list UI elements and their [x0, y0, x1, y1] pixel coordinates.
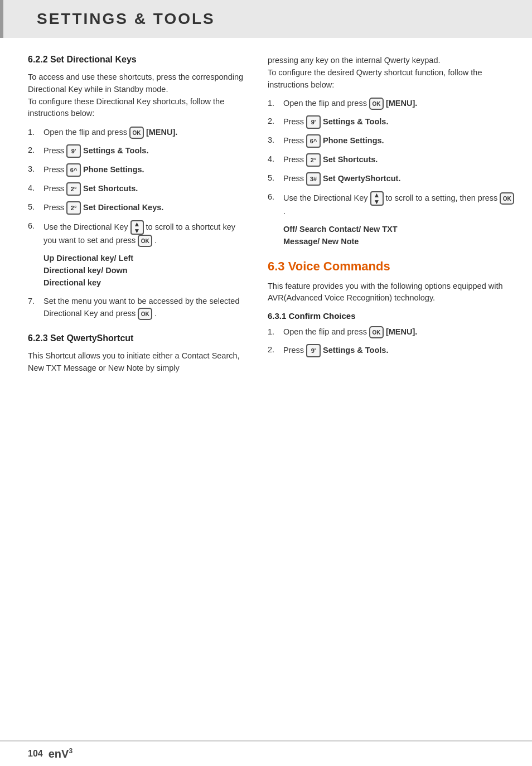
footer: 104 enV3 — [0, 740, 532, 766]
step-left-3: 3. Press 6^ Phone Settings. — [28, 163, 245, 177]
step-num-1: 1. — [28, 127, 43, 139]
step-right-content-4: Press 2° Set Shortcuts. — [283, 153, 378, 167]
key-3-icon-r5: 3# — [306, 172, 321, 186]
step-631-content-2: Press 9' Settings & Tools. — [283, 344, 388, 357]
step-right-6: 6. Use the Directional Key ▲▼ to scroll … — [268, 191, 515, 218]
section-623: 6.2.3 Set QwertyShortcut This Shortcut a… — [28, 333, 245, 375]
right-column: pressing any key on the internal Qwerty … — [257, 55, 532, 381]
step-631-num-2: 2. — [268, 344, 283, 356]
step-right-content-6: Use the Directional Key ▲▼ to scroll to … — [283, 191, 515, 218]
step-right-num-2: 2. — [268, 115, 283, 128]
step-content-3: Press 6^ Phone Settings. — [43, 163, 144, 177]
step-6-text: Use the Directional Key — [43, 222, 130, 231]
step-r1-text: Open the flip and press — [283, 98, 367, 110]
section-623-heading: 6.2.3 Set QwertyShortcut — [28, 333, 245, 343]
step-r6-cont: to scroll to a setting, then press — [386, 193, 500, 202]
step-r3-text: Press — [283, 135, 304, 147]
key-2-icon-l4: 2° — [66, 182, 81, 196]
step-right-4: 4. Press 2° Set Shortcuts. — [268, 153, 515, 167]
key-6-icon-r3: 6^ — [306, 134, 321, 148]
step-content-6: Use the Directional Key ▲▼ to scroll to … — [43, 220, 245, 247]
step-4-bold: Set Shortcuts. — [83, 183, 138, 195]
step-right-3: 3. Press 6^ Phone Settings. — [268, 134, 515, 148]
section-631: 6.3.1 Confirm Choices 1. Open the flip a… — [268, 311, 515, 357]
page-container: SETTINGS & TOOLS 6.2.2 Set Directional K… — [0, 0, 532, 766]
step-num-5: 5. — [28, 201, 43, 214]
step-content-4: Press 2° Set Shortcuts. — [43, 182, 138, 196]
footer-page-number: 104 — [28, 749, 43, 759]
step-num-4: 4. — [28, 182, 43, 195]
step-3-text: Press — [43, 164, 64, 176]
step-num-2: 2. — [28, 144, 43, 157]
key-2-icon-l5: 2° — [66, 201, 81, 215]
step-right-1: 1. Open the flip and press OK [MENU]. — [268, 98, 515, 110]
step-right-num-3: 3. — [268, 134, 283, 147]
step-right-content-2: Press 9' Settings & Tools. — [283, 115, 388, 129]
step-left-2: 2. Press 9' Settings & Tools. — [28, 144, 245, 158]
step-num-3: 3. — [28, 163, 43, 176]
step-content-2: Press 9' Settings & Tools. — [43, 144, 148, 158]
key-6-icon-l3: 6^ — [66, 163, 81, 177]
content-columns: 6.2.2 Set Directional Keys To access and… — [0, 38, 532, 381]
step-left-5: 5. Press 2° Set Directional Keys. — [28, 201, 245, 215]
section-622-heading: 6.2.2 Set Directional Keys — [28, 55, 245, 65]
section-63-intro: This feature provides you with the follo… — [268, 280, 515, 305]
step-2-bold: Settings & Tools. — [83, 145, 148, 157]
step-5-text: Press — [43, 202, 64, 214]
section-622: 6.2.2 Set Directional Keys To access and… — [28, 55, 245, 320]
step-right-num-6: 6. — [268, 191, 283, 203]
step-631-num-1: 1. — [268, 326, 283, 338]
step-r5-text: Press — [283, 173, 304, 185]
step-left-6: 6. Use the Directional Key ▲▼ to scroll … — [28, 220, 245, 247]
step-4-text: Press — [43, 183, 64, 195]
left-column: 6.2.2 Set Directional Keys To access and… — [0, 55, 257, 381]
key-9-icon-l2: 9' — [66, 144, 81, 158]
step-r5-bold: Set QwertyShortcut. — [323, 173, 400, 185]
page-title: SETTINGS & TOOLS — [37, 10, 215, 28]
step-631-1-text: Open the flip and press — [283, 326, 367, 338]
right-col-intro: pressing any key on the internal Qwerty … — [268, 55, 515, 91]
section-622-intro: To access and use these shortcuts, press… — [28, 71, 245, 120]
section-631-heading: 6.3.1 Confirm Choices — [268, 311, 515, 321]
ok-key-icon-1: OK — [129, 127, 144, 139]
step-5-bold: Set Directional Keys. — [83, 202, 163, 214]
footer-brand: enV3 — [49, 747, 72, 760]
step-631-2-bold: Settings & Tools. — [323, 345, 388, 357]
step-left-1: 1. Open the flip and press OK [MENU]. — [28, 127, 245, 139]
dir-key-icon-r6: ▲▼ — [370, 191, 384, 206]
section-63-heading: 6.3 Voice Commands — [268, 259, 515, 274]
step-6-end: . — [154, 236, 157, 245]
key-9-icon-631-2: 9' — [306, 344, 321, 357]
step-num-6: 6. — [28, 220, 43, 232]
step-631-2: 2. Press 9' Settings & Tools. — [268, 344, 515, 357]
step-7-end: . — [154, 309, 157, 318]
step-r4-text: Press — [283, 154, 304, 166]
step-left-4: 4. Press 2° Set Shortcuts. — [28, 182, 245, 196]
ok-key-icon-l7: OK — [138, 308, 152, 320]
key-2-icon-r4: 2° — [306, 153, 321, 167]
step-r6-note: Off/ Search Contact/ New TXT Message/ Ne… — [283, 224, 515, 248]
step-content-7: Set the menu you want to be accessed by … — [43, 295, 245, 320]
brand-sup: 3 — [69, 747, 72, 755]
step-631-1: 1. Open the flip and press OK [MENU]. — [268, 326, 515, 338]
step-r2-text: Press — [283, 116, 304, 128]
step-right-5: 5. Press 3# Set QwertyShortcut. — [268, 172, 515, 186]
key-9-icon-r2: 9' — [306, 115, 321, 129]
ok-key-icon-631-1: OK — [369, 326, 384, 338]
ok-key-icon-l6: OK — [138, 235, 152, 247]
brand-text: enV — [49, 748, 69, 760]
step-num-7: 7. — [28, 295, 43, 308]
step-right-content-5: Press 3# Set QwertyShortcut. — [283, 172, 400, 186]
step-right-num-4: 4. — [268, 153, 283, 166]
step-631-1-suffix: [MENU]. — [386, 326, 417, 338]
step-right-num-1: 1. — [268, 98, 283, 110]
step-6-note: Up Directional key/ Left Directional key… — [43, 253, 245, 289]
step-right-content-1: Open the flip and press OK [MENU]. — [283, 98, 417, 110]
step-1-text: Open the flip and press — [43, 127, 127, 139]
step-3-bold: Phone Settings. — [83, 164, 144, 176]
step-content-1: Open the flip and press OK [MENU]. — [43, 127, 177, 139]
step-r4-bold: Set Shortcuts. — [323, 154, 378, 166]
step-right-num-5: 5. — [268, 172, 283, 185]
section-63: 6.3 Voice Commands This feature provides… — [268, 259, 515, 305]
step-1-suffix: [MENU]. — [146, 127, 177, 139]
